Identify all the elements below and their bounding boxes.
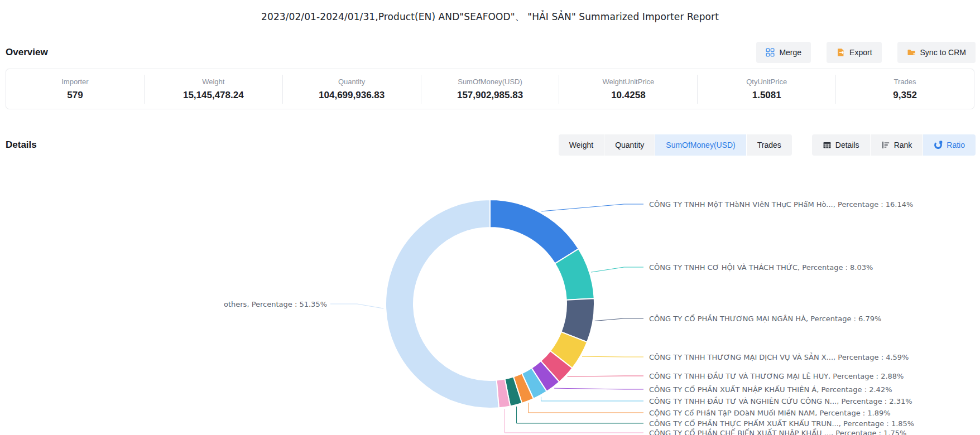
pie-leader-line-0 bbox=[541, 204, 643, 211]
stat-qty-unit-price: QtyUnitPrice 1.5081 bbox=[697, 75, 835, 104]
tab-details-view[interactable]: Details bbox=[812, 134, 870, 156]
stat-label: Trades bbox=[894, 78, 916, 86]
overview-actions: Merge Export Sync to CRM bbox=[756, 42, 976, 63]
view-tab-group: Details Rank bbox=[812, 134, 976, 156]
rank-icon bbox=[881, 141, 890, 149]
sync-to-crm-button-label: Sync to CRM bbox=[920, 48, 966, 57]
pie-leader-line-2 bbox=[595, 318, 643, 321]
stat-value: 15,145,478.24 bbox=[183, 90, 244, 101]
export-button-label: Export bbox=[849, 48, 872, 57]
pie-slice-10[interactable] bbox=[386, 200, 499, 408]
export-button[interactable]: Export bbox=[827, 42, 881, 63]
stat-value: 10.4258 bbox=[611, 90, 645, 101]
tab-ratio-label: Ratio bbox=[947, 141, 965, 149]
stat-label: QtyUnitPrice bbox=[746, 78, 787, 86]
sync-to-crm-button[interactable]: Sync to CRM bbox=[897, 42, 976, 63]
stat-label: Weight bbox=[202, 78, 224, 86]
pie-label-1: CÔNG TY TNHH CƠ HỘI VÀ THÁCH THỨC, Perce… bbox=[649, 263, 873, 272]
pie-label-4: CÔNG TY TNHH ĐẦU TƯ VÀ THƯƠNG MẠI LÊ HUY… bbox=[649, 372, 904, 380]
metric-tab-group: Weight Quantity SumOfMoney(USD) Trades bbox=[559, 134, 792, 156]
tab-ratio-view[interactable]: Ratio bbox=[923, 134, 976, 156]
pie-label-10: others, Percentage : 51.35% bbox=[0, 300, 327, 308]
pie-label-2: CÔNG TY CỔ PHẦN THƯƠNG MẠI NGÂN HÀ, Perc… bbox=[649, 315, 881, 323]
pie-leader-line-6 bbox=[541, 397, 643, 401]
stat-trades: Trades 9,352 bbox=[835, 75, 974, 104]
stat-value: 104,699,936.83 bbox=[319, 90, 385, 101]
merge-button[interactable]: Merge bbox=[756, 42, 811, 63]
pie-leader-line-8 bbox=[517, 407, 643, 423]
stat-importer: Importer 579 bbox=[6, 75, 144, 104]
importer-ratio-pie-chart: CÔNG TY TNHH MộT THàNH VIêN THựC PHẩM Hò… bbox=[0, 159, 980, 435]
tab-rank-view[interactable]: Rank bbox=[871, 134, 923, 156]
pie-leader-line-1 bbox=[591, 267, 643, 272]
report-title-bar: 2023/02/01-2024/01/31,Product(EN) AND"SE… bbox=[0, 0, 980, 33]
page-title: 2023/02/01-2024/01/31,Product(EN) AND"SE… bbox=[261, 11, 719, 23]
pie-label-7: CỘNG TY Cổ PHầN TậP ĐOàN MUốI MIềN NAM, … bbox=[649, 409, 891, 417]
details-controls: Weight Quantity SumOfMoney(USD) Trades D… bbox=[559, 134, 976, 156]
stat-label: Quantity bbox=[338, 78, 365, 86]
importer-report-page: 2023/02/01-2024/01/31,Product(EN) AND"SE… bbox=[0, 0, 980, 435]
merge-icon bbox=[766, 48, 775, 57]
tab-rank-label: Rank bbox=[894, 141, 912, 149]
stat-value: 1.5081 bbox=[752, 90, 781, 101]
stat-value: 9,352 bbox=[893, 90, 917, 101]
tab-quantity[interactable]: Quantity bbox=[604, 134, 655, 156]
stat-label: SumOfMoney(USD) bbox=[458, 78, 522, 86]
ratio-icon bbox=[934, 141, 943, 149]
pie-leader-line-10 bbox=[330, 304, 383, 308]
tab-trades[interactable]: Trades bbox=[747, 134, 792, 156]
tab-details-label: Details bbox=[835, 141, 859, 149]
stat-value: 579 bbox=[67, 90, 83, 101]
pie-leader-line-3 bbox=[582, 356, 643, 357]
pie-label-5: CÔNG TY CỔ PHẦN XUẤT NHẬP KHẨU THIÊN Á, … bbox=[649, 385, 892, 394]
overview-row: Overview Merge bbox=[6, 40, 976, 65]
pie-label-0: CÔNG TY TNHH MộT THàNH VIêN THựC PHẩM Hò… bbox=[649, 200, 913, 209]
stat-value: 157,902,985.83 bbox=[457, 90, 523, 101]
tab-sum-of-money[interactable]: SumOfMoney(USD) bbox=[655, 134, 746, 156]
overview-heading: Overview bbox=[6, 47, 48, 58]
pie-label-3: CÔNG TY TNHH THƯƠNG MẠI DỊCH VỤ VÀ SẢN X… bbox=[649, 353, 909, 361]
overview-stats-card: Importer 579 Weight 15,145,478.24 Quanti… bbox=[6, 69, 974, 109]
pie-leader-line-7 bbox=[529, 403, 643, 413]
stat-label: WeightUnitPrice bbox=[602, 78, 654, 86]
stat-quantity: Quantity 104,699,936.83 bbox=[282, 75, 421, 104]
details-heading: Details bbox=[6, 139, 37, 151]
pie-leader-line-5 bbox=[554, 388, 643, 389]
table-icon bbox=[823, 141, 832, 149]
pie-leader-line-4 bbox=[568, 376, 643, 376]
pie-label-8: CÔNG TY CỔ PHẦN THỰC PHẨM XUẤT KHẨU TRUN… bbox=[649, 419, 914, 428]
stat-label: Importer bbox=[61, 78, 88, 86]
export-icon bbox=[836, 48, 845, 57]
tab-weight[interactable]: Weight bbox=[559, 134, 604, 156]
folder-sync-icon bbox=[907, 48, 916, 57]
stat-weight-unit-price: WeightUnitPrice 10.4258 bbox=[559, 75, 697, 104]
details-row: Details Weight Quantity SumOfMoney(USD) … bbox=[6, 134, 976, 156]
merge-button-label: Merge bbox=[779, 48, 801, 57]
pie-label-9: CÔNG TY CỔ PHẦN CHẾ BIẾN XUẤT NHẬP KHẨU … bbox=[649, 429, 906, 435]
stat-weight: Weight 15,145,478.24 bbox=[144, 75, 282, 104]
pie-label-6: CÔNG TY TNHH ĐẦU TƯ VÀ NGHIÊN CỨU CÔNG N… bbox=[649, 397, 912, 405]
stat-sum-of-money: SumOfMoney(USD) 157,902,985.83 bbox=[421, 75, 559, 104]
